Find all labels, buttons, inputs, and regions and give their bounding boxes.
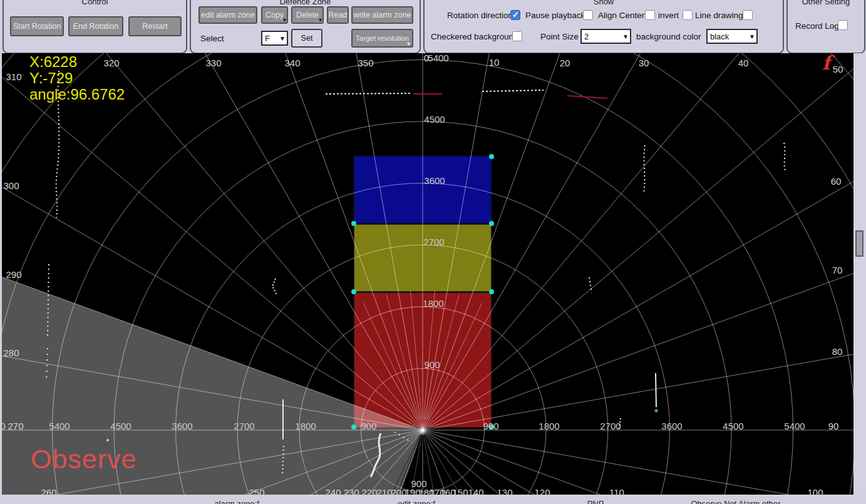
point-size-label: Point Size — [540, 32, 579, 41]
angle-label: 270 — [8, 421, 23, 431]
ring-label: 3600 — [661, 421, 682, 431]
set-button[interactable]: Set — [291, 29, 322, 48]
background-color-label: background color — [636, 32, 701, 41]
zone-handle[interactable] — [489, 221, 494, 226]
ring-label: 4500 — [110, 421, 131, 431]
ring-label: 1800 — [423, 298, 443, 309]
restart-button[interactable]: Restart — [128, 16, 182, 36]
cursor-readout: X:6228 Y:-729 angle:96.6762 — [29, 54, 125, 103]
ring-label: 5400 — [428, 53, 448, 63]
angle-label: 250 — [249, 487, 264, 495]
readout-x: X:6228 — [29, 54, 125, 70]
angle-label: 310 — [6, 71, 21, 82]
bottom-status-bar: alarm zone:fedit zone:fPNPObserve Not Al… — [0, 495, 866, 504]
end-rotation-button[interactable]: End Rotation — [68, 16, 123, 36]
angle-label: 350 — [358, 58, 373, 68]
observe-watermark: Observe — [31, 444, 137, 475]
vertical-scrollbar[interactable] — [853, 53, 866, 504]
green-tip-marker — [655, 409, 658, 413]
record-log-checkbox[interactable] — [838, 20, 848, 30]
select-dropdown-arrow-icon: ▼ — [278, 35, 287, 42]
background-color-dropdown[interactable]: black ▼ — [706, 29, 758, 44]
ring-label: 5400 — [49, 421, 70, 431]
angle-label: 50 — [833, 64, 843, 75]
target-resolution-button[interactable]: Target resolution▾ — [351, 29, 413, 48]
group-show: Show Rotation direction Pause playback A… — [423, 0, 784, 54]
group-other-setting: Other Setting Record Log — [786, 0, 865, 54]
group-defence-zone: Defence Zone edit alarm zone Copy▾ Delet… — [190, 0, 421, 54]
select-label: Select — [200, 34, 224, 43]
edit-alarm-zone-button[interactable]: edit alarm zone — [198, 6, 257, 24]
select-dropdown-value: F — [262, 34, 278, 43]
delete-button[interactable]: Delete▾ — [291, 6, 324, 24]
zone-handle[interactable] — [351, 289, 356, 294]
angle-label: 10 — [489, 57, 500, 68]
group-other-setting-title: Other Setting — [798, 0, 854, 6]
copy-button[interactable]: Copy▾ — [261, 6, 288, 24]
group-control-title: Control — [78, 0, 112, 6]
zone-handle[interactable] — [351, 424, 356, 429]
ring-label: 1800 — [539, 421, 559, 431]
ring-label: 900 — [483, 421, 498, 431]
angle-label: 260 — [41, 487, 56, 495]
angle-label: 80 — [832, 346, 843, 357]
background-color-dropdown-arrow-icon: ▼ — [748, 33, 756, 40]
vertical-scrollbar-handle[interactable] — [855, 230, 863, 257]
group-defence-zone-title: Defence Zone — [276, 0, 335, 6]
angle-label: 100 — [807, 487, 823, 495]
angle-label: 70 — [832, 265, 843, 275]
point-size-dropdown-value: 2 — [582, 32, 621, 41]
pause-playback-checkbox[interactable] — [583, 10, 593, 20]
ring-label: 2700 — [234, 421, 254, 431]
angle-label: 290 — [6, 269, 21, 280]
ring-label: 1800 — [295, 421, 316, 431]
ring-label: 3600 — [424, 175, 445, 186]
ring-label: 900 — [424, 359, 440, 370]
angle-label: 230 — [343, 487, 359, 495]
angle-label: 90 — [828, 421, 839, 431]
angle-label: 280 — [3, 347, 19, 358]
pause-playback-label: Pause playback — [525, 11, 585, 20]
align-center-checkbox[interactable] — [645, 10, 655, 20]
angle-label: 140 — [468, 487, 483, 495]
angle-label: 60 — [831, 176, 842, 187]
checkered-background-checkbox[interactable] — [512, 31, 522, 41]
zone-handle[interactable] — [351, 221, 356, 226]
rotation-direction-label: Rotation direction — [447, 11, 513, 20]
line-drawing-label: Line drawing — [695, 11, 743, 20]
bottom-bar-item: Observe Not Alarm other — [691, 499, 780, 504]
ring-label: 2700 — [423, 237, 444, 247]
angle-label: 220 — [361, 487, 377, 495]
angle-label: 300 — [3, 180, 19, 191]
ring-label: 4500 — [723, 421, 743, 431]
ring-label: 2700 — [600, 421, 621, 431]
point-size-dropdown-arrow-icon: ▼ — [621, 33, 630, 40]
invert-checkbox[interactable] — [683, 10, 693, 20]
read-button[interactable]: Read — [327, 6, 349, 24]
select-dropdown[interactable]: F ▼ — [261, 31, 288, 46]
point-size-dropdown[interactable]: 2 ▼ — [580, 29, 631, 44]
group-control: Control Start Rotation End Rotation Rest… — [3, 0, 187, 54]
rotation-direction-checkbox[interactable] — [510, 10, 520, 20]
zone-handle[interactable] — [489, 289, 494, 294]
angle-label: 200 — [391, 487, 406, 495]
start-rotation-button[interactable]: Start Rotation — [10, 16, 64, 36]
record-log-label: Record Log — [795, 21, 839, 31]
angle-label: 20 — [560, 58, 570, 68]
readout-y: Y:-729 — [29, 70, 125, 86]
zone-handle[interactable] — [489, 154, 494, 159]
copy-dropdown-arrow-icon: ▾ — [283, 16, 286, 23]
line-drawing-checkbox[interactable] — [743, 10, 753, 20]
background-color-dropdown-value: black — [708, 32, 748, 41]
delete-dropdown-arrow-icon: ▾ — [319, 16, 322, 23]
angle-label: 240 — [325, 487, 341, 495]
radar-plot[interactable]: 0102030405060708090100110120130140150160… — [2, 53, 853, 495]
ring-label: 3600 — [172, 421, 192, 431]
angle-label: 120 — [534, 487, 550, 495]
angle-label: 110 — [609, 487, 624, 495]
angle-label: 330 — [205, 58, 221, 68]
angle-label: 210 — [376, 487, 392, 495]
bottom-bar-item: alarm zone:f — [214, 499, 259, 504]
write-alarm-zone-button[interactable]: write alarm zone — [351, 6, 413, 24]
checkered-background-label: Checkered background — [431, 32, 518, 41]
